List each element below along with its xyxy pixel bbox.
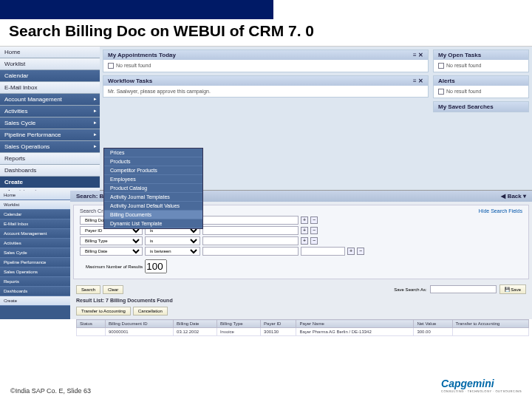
nav-item-sales-operations[interactable]: Sales Operations▸ xyxy=(0,141,100,153)
remove-row-icon[interactable]: − xyxy=(310,237,318,245)
nav-item-activities[interactable]: Activities▸ xyxy=(0,106,100,117)
nav2-reports[interactable]: Reports xyxy=(0,277,70,287)
clear-button[interactable]: Clear xyxy=(103,285,123,294)
col-header[interactable]: Transfer to Accounting xyxy=(452,320,528,328)
page-title: Search Billing Doc on WEBUI of CRM 7. 0 xyxy=(0,19,532,46)
slide-footer: ©India SAP Co. E, Slide 63 xyxy=(10,387,91,395)
submenu-billing-documents[interactable]: Billing Documents xyxy=(104,211,202,219)
nav-item-pipeline-performance[interactable]: Pipeline Performance▸ xyxy=(0,129,100,141)
cell: 300130 xyxy=(261,328,296,336)
panel-text: Mr. Saalwyer, please approve this campai… xyxy=(103,86,428,97)
nav-item-calendar[interactable]: Calendar xyxy=(0,70,100,82)
nav2-activities[interactable]: Activities xyxy=(0,239,70,248)
nav2-dashboards[interactable]: Dashboards xyxy=(0,287,70,296)
submenu-activity-journal-default-values[interactable]: Activity Journal Default Values xyxy=(104,202,202,211)
field-select[interactable]: Billing Date xyxy=(80,247,143,256)
cell: 90000001 xyxy=(105,328,173,336)
nav2-pipeline-performance[interactable]: Pipeline Performance xyxy=(0,258,70,267)
submenu-employees[interactable]: Employees xyxy=(104,175,202,184)
criteria-row: Billing Dateis between+− xyxy=(80,247,522,256)
panel-title: My Appointments Today xyxy=(108,52,176,58)
col-header[interactable]: Payer ID xyxy=(261,320,296,328)
panel-controls[interactable]: ≡ ✕ xyxy=(413,52,423,58)
panel-controls[interactable]: ≡ ✕ xyxy=(413,78,423,84)
panel-text: No result found xyxy=(116,63,151,68)
max-results-input[interactable] xyxy=(145,259,167,273)
nav2-worklist[interactable]: Worklist xyxy=(0,200,70,210)
lower-screenshot: HomeWorklistCalendarE-Mail InboxAccount … xyxy=(0,190,532,319)
col-header[interactable]: Payer Name xyxy=(296,320,414,328)
toolbar-transfer-to-accounting[interactable]: Transfer to Accounting xyxy=(76,307,131,316)
nav-item-e-mail-inbox[interactable]: E-Mail Inbox xyxy=(0,82,100,94)
toolbar-cancellation[interactable]: Cancellation xyxy=(133,307,168,316)
nav-item-worklist[interactable]: Worklist xyxy=(0,58,100,70)
value-input[interactable] xyxy=(202,247,299,256)
back-link[interactable]: ◀ Back ▾ xyxy=(501,193,526,200)
panel-text: No result found xyxy=(446,89,481,94)
col-header[interactable]: Billing Date xyxy=(174,320,217,328)
nav2-home[interactable]: Home xyxy=(0,191,70,200)
nav2-create[interactable]: Create xyxy=(0,296,70,306)
value-input-2[interactable] xyxy=(301,247,345,256)
max-results-label: Maximum Number of Results xyxy=(86,265,143,269)
save-button[interactable]: 💾 Save xyxy=(499,284,526,294)
operator-select[interactable]: is xyxy=(145,236,200,245)
table-row[interactable]: 9000000103.12.2002Invoice300130Bayer Pha… xyxy=(77,328,529,336)
panel-open-tasks: My Open Tasks No result found xyxy=(433,50,529,72)
col-header[interactable]: Billing Type xyxy=(216,320,260,328)
panel-workflow: Workflow Tasks≡ ✕ Mr. Saalwyer, please a… xyxy=(103,75,429,98)
cell: Invoice xyxy=(216,328,260,336)
nav-item-account-management[interactable]: Account Management▸ xyxy=(0,94,100,106)
remove-row-icon[interactable]: − xyxy=(357,248,364,255)
submenu-competitor-products[interactable]: Competitor Products xyxy=(104,166,202,175)
nav2-account-management[interactable]: Account Management xyxy=(0,229,70,239)
submenu-prices[interactable]: Prices xyxy=(104,149,202,157)
sales-ops-submenu: PricesProductsCompetitor ProductsEmploye… xyxy=(103,148,203,229)
cell: 03.12.2002 xyxy=(174,328,217,336)
remove-row-icon[interactable]: − xyxy=(310,227,318,234)
search-button[interactable]: Search xyxy=(76,285,100,294)
panel-text: No result found xyxy=(446,63,481,68)
left-nav-lower: HomeWorklistCalendarE-Mail InboxAccount … xyxy=(0,191,70,319)
add-row-icon[interactable]: + xyxy=(347,248,355,255)
cell xyxy=(452,328,528,336)
submenu-dynamic-list-template[interactable]: Dynamic List Template xyxy=(104,219,202,228)
panel-title: Workflow Tasks xyxy=(108,78,152,84)
left-nav: HomeWorklistCalendarE-Mail InboxAccount … xyxy=(0,47,100,190)
nav-item-home[interactable]: Home xyxy=(0,47,100,58)
add-row-icon[interactable]: + xyxy=(301,216,308,224)
nav-item-reports[interactable]: Reports xyxy=(0,153,100,165)
panel-title: Alerts xyxy=(434,76,528,86)
results-table: StatusBilling Document IDBilling DateBil… xyxy=(76,319,529,336)
grid-icon xyxy=(438,89,444,95)
submenu-product-catalog[interactable]: Product Catalog xyxy=(104,184,202,193)
header-bar xyxy=(0,0,273,19)
nav-item-dashboards[interactable]: Dashboards xyxy=(0,165,100,177)
submenu-products[interactable]: Products xyxy=(104,157,202,166)
nav2-calendar[interactable]: Calendar xyxy=(0,210,70,219)
operator-select[interactable]: is between xyxy=(145,247,200,256)
save-as-input[interactable] xyxy=(430,285,497,293)
save-as-label: Save Search As: xyxy=(394,287,426,292)
cell: Bayer Pharma AG Berlin / DE-13342 xyxy=(296,328,414,336)
value-input[interactable] xyxy=(202,216,299,225)
nav-item-sales-cycle[interactable]: Sales Cycle▸ xyxy=(0,117,100,129)
nav2-sales-operations[interactable]: Sales Operations xyxy=(0,267,70,277)
value-input[interactable] xyxy=(202,236,299,245)
nav2-e-mail-inbox[interactable]: E-Mail Inbox xyxy=(0,219,70,229)
panel-appointments: My Appointments Today≡ ✕ No result found xyxy=(103,50,429,72)
add-row-icon[interactable]: + xyxy=(301,227,308,234)
col-header[interactable]: Billing Document ID xyxy=(105,320,173,328)
hide-fields-link[interactable]: Hide Search Fields xyxy=(479,208,522,214)
col-header[interactable]: Net Value xyxy=(414,320,452,328)
nav2-sales-cycle[interactable]: Sales Cycle xyxy=(0,248,70,258)
grid-icon xyxy=(438,63,444,69)
add-row-icon[interactable]: + xyxy=(301,237,308,245)
value-input[interactable] xyxy=(202,226,299,235)
remove-row-icon[interactable]: − xyxy=(310,216,318,224)
field-select[interactable]: Billing Type xyxy=(80,236,143,245)
cell xyxy=(77,328,106,336)
panel-title: My Open Tasks xyxy=(434,50,528,60)
submenu-activity-journal-templates[interactable]: Activity Journal Templates xyxy=(104,193,202,202)
col-header[interactable]: Status xyxy=(77,320,106,328)
